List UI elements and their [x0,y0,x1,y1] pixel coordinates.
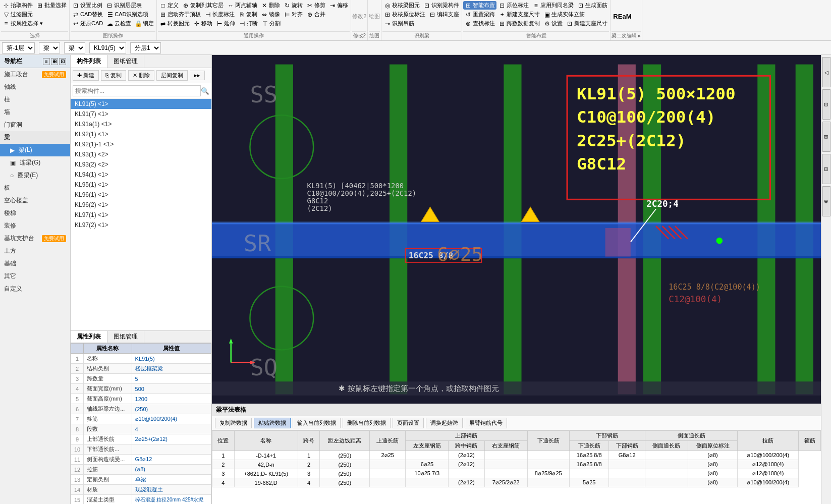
list-item[interactable]: KL94(1) <1> [71,170,211,180]
sidebar-item-slab[interactable]: 板 [0,182,70,194]
sidebar-item-wall[interactable]: 墙 [0,106,70,119]
batch-select-button[interactable]: ⊞批量选择 [35,1,68,10]
tab-drawing-manage2[interactable]: 图纸管理 [107,331,144,343]
define-button[interactable]: □定义 [158,1,180,10]
check-mark-button[interactable]: ⊜查找标注 [463,19,496,28]
move-button[interactable]: ✛移动 [192,19,214,28]
identify-hanger-button[interactable]: ⊸识别吊筋 [382,19,416,28]
gen-face-button[interactable]: ⊡生成面筋 [576,1,609,10]
ream-button[interactable]: REaM [612,12,633,21]
list-item[interactable]: KL93(1) <2> [71,149,211,159]
subcategory-select[interactable]: 梁 [64,42,85,53]
apply-same-button[interactable]: ≡应用到同名梁 [531,1,575,10]
right-btn-2[interactable]: ⊡ [822,89,830,120]
sidebar-item-door-window[interactable]: 门窗洞 [0,119,70,131]
tab-component-list[interactable]: 构件列表 [71,55,107,68]
sidebar-item-stair[interactable]: 楼梯 [0,207,70,219]
floor-copy-button[interactable]: 层间复制 [156,70,188,81]
rotate-button[interactable]: ↻旋转 [282,1,304,10]
sidebar-item-construction[interactable]: 施工段台 免费试用 [0,68,70,81]
page-setup-button[interactable]: 页面设置 [393,418,424,428]
floor-select[interactable]: 第-1层 [2,42,35,53]
list-item[interactable]: KL91(7) <1> [71,109,211,119]
offset-button[interactable]: ⇥偏移 [327,1,350,10]
list-item[interactable]: KL91(5) <1> [71,99,211,109]
list-item[interactable]: KL96(1) <1> [71,190,211,200]
restore-cad-button[interactable]: ↩还原CAD [71,19,104,28]
right-btn-5[interactable]: ⊕ [822,186,830,216]
tab-properties[interactable]: 属性列表 [71,331,107,343]
merge-button[interactable]: ⊕合并 [305,10,327,19]
list-item[interactable]: KL97(1) <1> [71,210,211,220]
new-component-button[interactable]: ✚ 新建 [73,70,99,81]
cloud-check-button[interactable]: ☁云检查 [105,19,133,28]
delete-component-button[interactable]: ✕ 删除 [128,70,154,81]
list-item[interactable]: KL92(1) <1> [71,129,211,139]
layer-select[interactable]: 分层1 [130,42,161,53]
identify-beam-comp-button[interactable]: ⊡识别梁构件 [422,1,461,10]
copy-component-button[interactable]: ⎘ 复制 [101,70,126,81]
more-button[interactable]: ▸▸ [190,71,205,80]
sidebar-item-beam-l[interactable]: ▶ 梁(L) [0,144,70,156]
category-select[interactable]: 梁 [39,42,60,53]
sidebar-item-others[interactable]: 其它 [0,270,70,283]
origin-mark-button[interactable]: ⊡原位标注 [497,1,530,10]
list-item[interactable]: KL91a(1) <1> [71,119,211,129]
check-origin-button[interactable]: ⊞校核原位标注 [382,10,427,19]
filter-element-button[interactable]: ▽过滤圆元 [1,10,34,19]
del-col-button[interactable]: 删除当前列数据 [343,418,391,428]
lock-button[interactable]: 🔒锁定 [133,19,155,28]
extend-button[interactable]: ⊢延伸 [214,19,237,28]
nav-grid-icon[interactable]: ⊡ [59,58,66,65]
sidebar-item-ring-beam[interactable]: ○ 圈梁(E) [0,169,70,182]
check-beam-button[interactable]: ◎校核梁图元 [382,1,421,10]
gen-solid-button[interactable]: ▣生成实体立筋 [542,10,586,19]
paste-span-button[interactable]: 粘贴跨数据 [254,418,291,428]
convert-element-button[interactable]: ⇌转换图元 [158,19,191,28]
right-btn-1[interactable]: ◁ [822,57,830,87]
list-item[interactable]: KL92(1)-1 <1> [71,139,211,149]
list-item[interactable]: KL97(2) <1> [71,220,211,230]
nav-tree-icon[interactable]: ⊞ [51,58,58,65]
right-btn-3[interactable]: ⊞ [822,122,830,152]
smash-button[interactable]: ⊣打断 [237,19,259,28]
set-scale-button[interactable]: ⊡设置比例 [71,1,104,10]
cad-options-button[interactable]: ☰CAD识别选项 [105,10,150,19]
tab-drawing-manage[interactable]: 图纸管理 [107,55,144,68]
smart-place-button[interactable]: ⊞智能布置 [463,1,496,10]
select-by-property-button[interactable]: ≡按属性选择 ▾ [1,19,44,28]
search-button[interactable]: 🔍 [201,87,209,95]
sidebar-item-hollow-slab[interactable]: 空心楼盖 [0,194,70,207]
sidebar-item-foundation[interactable]: 基坑支护台 免费试用 [0,232,70,245]
two-points-button[interactable]: ↔两点辅轴 [226,1,259,10]
cad-replace-button[interactable]: ⇄CAD替换 [71,10,104,19]
edit-support-button[interactable]: ⊟编辑支座 [427,10,461,19]
align-button[interactable]: ⊨对齐 [282,10,304,19]
identify-layer-button[interactable]: ⊟识别层层表 [104,1,143,10]
batch-copy-button[interactable]: ⊞跨数数据复制 [497,19,541,28]
search-input[interactable] [73,85,201,96]
arm-rebar-button[interactable]: 展臂钢筋代号 [465,418,507,428]
pick-component-button[interactable]: ⊹抬取构件 [1,1,34,10]
list-item[interactable]: KL95(1) <1> [71,180,211,190]
sidebar-item-decoration[interactable]: 装修 [0,219,70,232]
sidebar-item-foundation-base[interactable]: 基础 [0,257,70,270]
input-col-button[interactable]: 输入当前列数据 [293,418,341,428]
divide-button[interactable]: ⊤分割 [260,19,282,28]
copy-to-floor-button[interactable]: ⊕复制到其它层 [181,1,225,10]
sidebar-item-link-beam[interactable]: ▣ 连梁(G) [0,156,70,169]
element-select[interactable]: KL91(5) [89,42,126,53]
list-item[interactable]: KL96(2) <1> [71,200,211,210]
move-panel-button[interactable]: ⊞启动齐于顶板 [158,10,202,19]
delete-button[interactable]: ✕删除 [259,1,282,10]
new-support-button[interactable]: +新建支座尺寸 [497,10,541,19]
canvas[interactable]: KL91(5) 500×1200 C10@100/200(4) 2C25+(2C… [212,55,821,404]
reposition-button[interactable]: ↺重置梁跨 [463,10,496,19]
sidebar-item-column[interactable]: 柱 [0,93,70,106]
right-btn-4[interactable]: ⊟ [822,154,830,184]
list-item[interactable]: KL93(2) <2> [71,159,211,170]
settings-button[interactable]: ⚙设置 [542,19,564,28]
copy-button[interactable]: ⎘复制 [237,10,259,19]
mirror-button[interactable]: ⇔镜像 [259,10,282,19]
new-support2-button[interactable]: ⊡新建支座尺寸 [565,19,609,28]
